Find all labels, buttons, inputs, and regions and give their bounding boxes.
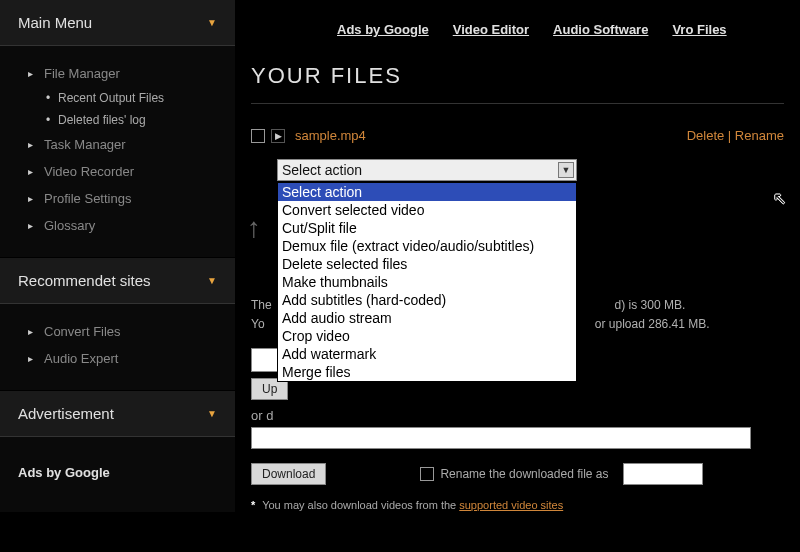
main-menu-title: Main Menu bbox=[18, 14, 92, 31]
sidebar-item-glossary[interactable]: Glossary bbox=[0, 212, 235, 239]
sidebar-item-audio-expert[interactable]: Audio Expert bbox=[0, 345, 235, 372]
asterisk-icon: * bbox=[251, 499, 255, 511]
sidebar-item-file-manager[interactable]: File Manager bbox=[0, 60, 235, 87]
sidebar-sub-recent-output[interactable]: Recent Output Files bbox=[0, 87, 235, 109]
info-line1-suffix: d) is 300 MB. bbox=[615, 298, 686, 312]
divider bbox=[251, 103, 784, 104]
collapse-icon: ▼ bbox=[207, 408, 217, 419]
option-crop-video[interactable]: Crop video bbox=[278, 327, 576, 345]
option-merge-files[interactable]: Merge files bbox=[278, 363, 576, 381]
ads-by-google-label: Ads by Google bbox=[0, 451, 235, 494]
file-name[interactable]: sample.mp4 bbox=[295, 128, 366, 143]
option-select-action[interactable]: Select action bbox=[278, 183, 576, 201]
link-video-editor[interactable]: Video Editor bbox=[453, 22, 529, 37]
file-checkbox[interactable] bbox=[251, 129, 265, 143]
info-line2-prefix: Yo bbox=[251, 317, 265, 331]
option-cut-split[interactable]: Cut/Split file bbox=[278, 219, 576, 237]
rename-input[interactable] bbox=[623, 463, 703, 485]
option-delete-files[interactable]: Delete selected files bbox=[278, 255, 576, 273]
download-button[interactable]: Download bbox=[251, 463, 326, 485]
option-demux[interactable]: Demux file (extract video/audio/subtitle… bbox=[278, 237, 576, 255]
sidebar-item-video-recorder[interactable]: Video Recorder bbox=[0, 158, 235, 185]
link-ads-by-google[interactable]: Ads by Google bbox=[337, 22, 429, 37]
option-add-subtitles[interactable]: Add subtitles (hard-coded) bbox=[278, 291, 576, 309]
or-download-label: or d bbox=[251, 408, 273, 423]
action-dropdown: Select action Convert selected video Cut… bbox=[277, 182, 577, 382]
select-value: Select action bbox=[282, 162, 362, 178]
rename-checkbox[interactable] bbox=[420, 467, 434, 481]
option-add-audio[interactable]: Add audio stream bbox=[278, 309, 576, 327]
collapse-icon: ▼ bbox=[207, 17, 217, 28]
link-audio-software[interactable]: Audio Software bbox=[553, 22, 648, 37]
arrow-up-icon: ↑ bbox=[247, 212, 261, 244]
option-make-thumbnails[interactable]: Make thumbnails bbox=[278, 273, 576, 291]
rename-checkbox-label: Rename the downloaded file as bbox=[440, 467, 608, 481]
advertisement-header[interactable]: Advertisement ▼ bbox=[0, 391, 235, 437]
main-menu-header[interactable]: Main Menu ▼ bbox=[0, 0, 235, 46]
collapse-icon: ▼ bbox=[207, 275, 217, 286]
sidebar-item-convert-files[interactable]: Convert Files bbox=[0, 318, 235, 345]
sidebar-item-profile-settings[interactable]: Profile Settings bbox=[0, 185, 235, 212]
rename-link[interactable]: Rename bbox=[735, 128, 784, 143]
option-add-watermark[interactable]: Add watermark bbox=[278, 345, 576, 363]
supported-sites-link[interactable]: supported video sites bbox=[459, 499, 563, 511]
advertisement-title: Advertisement bbox=[18, 405, 114, 422]
footnote-text: You may also download videos from the bbox=[262, 499, 459, 511]
cursor-icon: ↖ bbox=[773, 189, 786, 208]
page-title: YOUR FILES bbox=[251, 63, 784, 89]
recommended-title: Recommendet sites bbox=[18, 272, 151, 289]
sidebar-item-task-manager[interactable]: Task Manager bbox=[0, 131, 235, 158]
dropdown-icon[interactable]: ▼ bbox=[558, 162, 574, 178]
play-icon[interactable]: ▶ bbox=[271, 129, 285, 143]
url-input[interactable] bbox=[251, 427, 751, 449]
option-convert-video[interactable]: Convert selected video bbox=[278, 201, 576, 219]
sidebar-sub-deleted-log[interactable]: Deleted files' log bbox=[0, 109, 235, 131]
info-line2-suffix: or upload 286.41 MB. bbox=[595, 317, 710, 331]
link-vro-files[interactable]: Vro Files bbox=[672, 22, 726, 37]
action-select[interactable]: Select action ▼ bbox=[277, 159, 577, 181]
delete-link[interactable]: Delete bbox=[687, 128, 725, 143]
recommended-header[interactable]: Recommendet sites ▼ bbox=[0, 258, 235, 304]
